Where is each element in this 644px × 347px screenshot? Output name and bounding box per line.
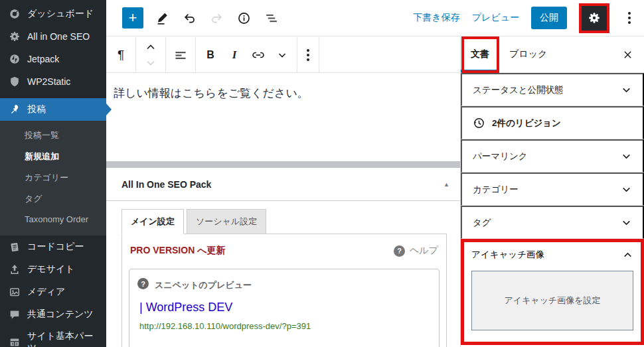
sidebar-item-wp2static[interactable]: WP2Static	[0, 70, 106, 93]
publish-button[interactable]: 公開	[531, 7, 567, 29]
sidebar-item-label: All in One SEO	[27, 31, 90, 42]
content-structure-button[interactable]	[235, 6, 252, 30]
jetpack-icon	[8, 52, 21, 66]
edit-mode-button[interactable]	[153, 6, 171, 30]
bold-button[interactable]: B	[199, 37, 222, 72]
block-navigation-button[interactable]	[262, 6, 280, 30]
panel-label: カテゴリー	[473, 184, 519, 196]
redo-button[interactable]	[208, 6, 225, 30]
pro-upgrade-row: PRO VERSION へ更新 ? ヘルプ	[129, 245, 440, 257]
settings-sidebar: 文書 ブロック ステータスと公開状態 2件のリビジョン パーマリンク カテゴリー	[460, 36, 644, 347]
block-toolbar: ¶ B I	[106, 37, 460, 73]
featured-image-panel-header[interactable]: アイキャッチ画像	[461, 239, 644, 267]
sidebar-item-all-in-one-seo[interactable]: All in One SEO	[0, 25, 106, 48]
align-button[interactable]	[169, 37, 193, 72]
pro-version-link[interactable]: PRO VERSION へ更新	[130, 245, 225, 257]
help-question-icon: ?	[394, 245, 405, 257]
snippet-help-icon[interactable]: ?	[137, 278, 149, 289]
paragraph-block-button[interactable]: ¶	[109, 37, 133, 72]
sidebar-item-label: コードコピー	[27, 241, 84, 253]
submenu-item-taxonomy-order[interactable]: Taxonomy Order	[0, 210, 106, 229]
sidebar-item-label: サイト基本パーツ	[27, 330, 102, 347]
submenu-item-categories[interactable]: カテゴリー	[0, 167, 106, 188]
copy-icon	[8, 240, 21, 253]
align-left-icon	[174, 48, 187, 62]
sidebar-item-label: 投稿	[27, 104, 46, 115]
help-label: ヘルプ	[410, 245, 438, 257]
aioseop-tab-content: PRO VERSION へ更新 ? ヘルプ ? スニペットのプレビュー | Wo…	[121, 234, 447, 347]
block-options-kebab-button[interactable]	[300, 43, 316, 67]
panel-tags[interactable]: タグ	[461, 206, 644, 239]
sidebar-item-jetpack[interactable]: Jetpack	[0, 48, 106, 70]
close-icon	[623, 50, 633, 60]
paragraph-icon: ¶	[118, 48, 124, 62]
panel-status-visibility[interactable]: ステータスと公開状態	[461, 73, 644, 106]
sidebar-item-posts[interactable]: 投稿	[0, 98, 106, 121]
panel-label: タグ	[473, 217, 491, 229]
settings-gear-button[interactable]	[582, 6, 607, 31]
layout-icon	[8, 336, 21, 347]
chevron-down-icon	[621, 151, 632, 162]
tab-document[interactable]: 文書	[461, 36, 499, 72]
tab-social-settings[interactable]: ソーシャル設定	[187, 209, 266, 234]
close-sidebar-button[interactable]	[611, 36, 644, 72]
panel-permalink[interactable]: パーマリンク	[461, 139, 644, 173]
preview-button[interactable]: プレビュー	[472, 12, 519, 24]
move-down-button[interactable]	[139, 55, 163, 71]
aioseop-metabox-header[interactable]: All In One SEO Pack ▲	[106, 168, 460, 201]
collapse-triangle-icon[interactable]: ▲	[443, 181, 449, 188]
more-formatting-button[interactable]	[270, 37, 294, 72]
snippet-preview-url: http://192.168.10.110/wordpress-dev/?p=3…	[139, 321, 431, 331]
sidebar-item-code-copy[interactable]: コードコピー	[0, 236, 106, 258]
sidebar-item-common-content[interactable]: 共通コンテンツ	[0, 303, 106, 326]
sidebar-item-label: メディア	[27, 286, 65, 298]
submenu-item-add-new[interactable]: 新規追加	[0, 146, 106, 167]
snippet-preview-box: ? スニペットのプレビュー | WordPress DEV http://192…	[129, 269, 440, 347]
sidebar-item-label: 共通コンテンツ	[27, 309, 94, 320]
chevron-down-icon	[621, 84, 632, 96]
block-options-group	[297, 37, 319, 72]
sidebar-item-label: WP2Static	[27, 76, 70, 87]
kebab-icon	[307, 49, 309, 52]
block-inserter-button[interactable]: +	[122, 7, 143, 29]
top-bar-tools: +	[122, 6, 280, 30]
top-bar-actions: 下書き保存 プレビュー 公開	[413, 3, 637, 33]
sidebar-item-media[interactable]: メディア	[0, 281, 106, 303]
redo-icon	[210, 11, 224, 25]
link-button[interactable]	[246, 37, 270, 72]
submenu-item-tags[interactable]: タグ	[0, 188, 106, 210]
save-draft-button[interactable]: 下書き保存	[413, 12, 459, 24]
sidebar-item-site-parts[interactable]: サイト基本パーツ	[0, 326, 106, 347]
sidebar-item-dashboard[interactable]: ダッシュボード	[0, 3, 106, 25]
snippet-preview-title: | WordPress DEV	[139, 301, 431, 314]
chevron-up-icon	[622, 249, 633, 261]
panel-revisions[interactable]: 2件のリビジョン	[461, 106, 644, 139]
help-link[interactable]: ? ヘルプ	[394, 245, 438, 257]
undo-button[interactable]	[181, 6, 198, 30]
chevron-down-icon	[621, 184, 632, 195]
sidebar-item-label: Jetpack	[27, 54, 59, 64]
submenu-item-post-list[interactable]: 投稿一覧	[0, 125, 106, 146]
wordpress-editor-screen: ダッシュボード All in One SEO Jetpack WP2Static	[0, 0, 644, 347]
annotation-box-settings	[579, 3, 609, 33]
set-featured-image-button[interactable]: アイキャッチ画像を設定	[471, 271, 633, 330]
italic-button[interactable]: I	[222, 37, 246, 72]
chevron-down-icon	[621, 217, 632, 228]
panel-categories[interactable]: カテゴリー	[461, 173, 644, 206]
undo-icon	[183, 11, 197, 25]
panel-label: 2件のリビジョン	[492, 117, 561, 129]
chevron-down-icon	[277, 50, 287, 60]
aioseop-metabox: All In One SEO Pack ▲ メイン設定 ソーシャル設定 PRO …	[106, 168, 460, 347]
italic-icon: I	[232, 48, 237, 62]
info-icon	[237, 11, 251, 25]
post-paragraph[interactable]: 詳しい情報はこちらをご覧ください。	[106, 73, 460, 101]
pencil-icon	[155, 11, 169, 25]
sidebar-item-demo-site[interactable]: デモサイト	[0, 258, 106, 281]
tab-main-settings[interactable]: メイン設定	[121, 209, 184, 234]
panel-featured-image: アイキャッチ画像 アイキャッチ画像を設定	[461, 239, 644, 345]
link-icon	[251, 48, 266, 62]
more-tools-kebab-button[interactable]	[621, 6, 637, 30]
tab-block[interactable]: ブロック	[499, 36, 557, 72]
panel-label: ステータスと公開状態	[473, 84, 564, 96]
move-up-button[interactable]	[139, 39, 163, 55]
